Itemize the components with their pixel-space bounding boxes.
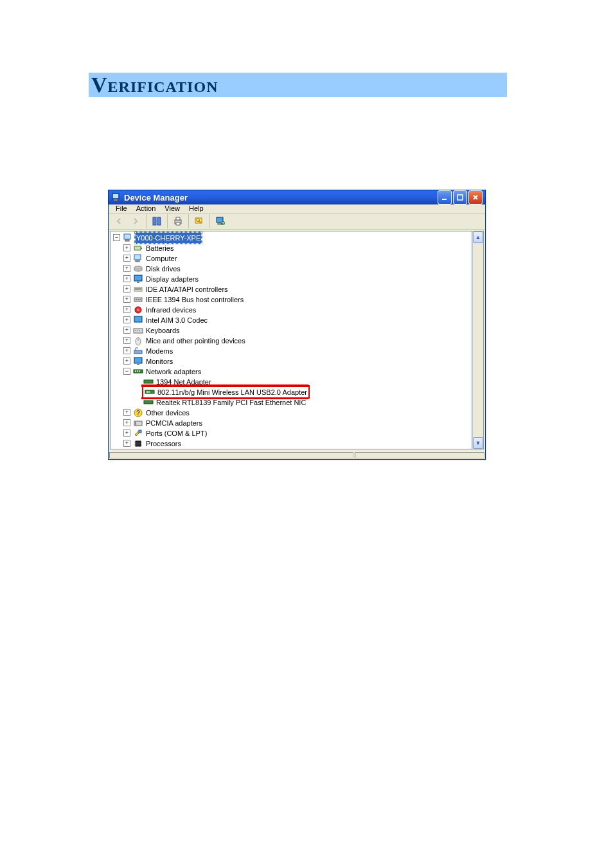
expand-icon[interactable]: +: [123, 419, 130, 426]
svg-rect-8: [176, 217, 180, 220]
tree-item[interactable]: +Processors: [111, 439, 472, 449]
toolbar-separator: [167, 214, 168, 228]
expand-icon[interactable]: +: [123, 429, 130, 437]
svg-rect-26: [135, 289, 141, 290]
expand-icon[interactable]: +: [123, 255, 130, 262]
expand-icon[interactable]: +: [123, 440, 130, 447]
menubar: File Action View Help: [109, 204, 485, 213]
svg-rect-37: [139, 330, 140, 330]
expand-icon[interactable]: +: [123, 347, 130, 354]
svg-rect-20: [136, 260, 139, 262]
scroll-up-arrow[interactable]: ▲: [473, 231, 483, 243]
scroll-track[interactable]: [473, 243, 483, 437]
tree-item-label: Mice and other pointing devices: [146, 336, 245, 346]
disk-icon: [133, 264, 143, 274]
menu-view[interactable]: View: [160, 204, 184, 212]
expand-icon[interactable]: +: [123, 265, 130, 272]
tree-item[interactable]: +IDE ATA/ATAPI controllers: [111, 284, 472, 294]
svg-point-30: [139, 299, 141, 300]
svg-rect-5: [153, 217, 156, 225]
expand-icon[interactable]: +: [123, 357, 130, 365]
svg-rect-19: [134, 255, 141, 260]
scroll-down-arrow[interactable]: ▼: [473, 437, 483, 449]
tree-item[interactable]: +Ports (COM & LPT): [111, 428, 472, 439]
tree-item[interactable]: +IEEE 1394 Bus host controllers: [111, 294, 472, 305]
collapse-icon[interactable]: −: [123, 368, 130, 375]
svg-rect-57: [136, 441, 141, 446]
print-button[interactable]: [170, 213, 186, 229]
tree-item[interactable]: +PCMCIA adapters: [111, 418, 472, 428]
tree-item[interactable]: +Intel AIM 3.0 Codec: [111, 315, 472, 325]
svg-point-32: [137, 309, 139, 311]
titlebar[interactable]: Device Manager: [109, 190, 485, 204]
tree-item-label: IEEE 1394 Bus host controllers: [146, 294, 244, 305]
expand-icon[interactable]: +: [123, 409, 130, 416]
tree-item-highlighted-adapter[interactable]: 802.11n/b/g Mini Wireless LAN USB2.0 Ada…: [111, 387, 472, 397]
properties-button[interactable]: [149, 213, 164, 229]
svg-rect-40: [134, 350, 142, 354]
svg-rect-4: [458, 195, 463, 200]
collapse-icon[interactable]: −: [113, 234, 120, 241]
device-tree[interactable]: − Y000-CHERRY-XPE +Batteries+Computer+Di…: [110, 231, 472, 449]
svg-rect-46: [139, 370, 140, 372]
svg-rect-56: [139, 430, 141, 433]
tree-item-label: Disk drives: [146, 264, 181, 274]
tree-item-label: Other devices: [146, 408, 190, 418]
tree-item-label: Network adapters: [146, 366, 201, 377]
tree-item-label: Infrared devices: [146, 305, 196, 315]
network-icon: [145, 387, 155, 397]
tree-item-network-adapters[interactable]: − Network adapters: [111, 366, 472, 377]
tree-item-network-child[interactable]: 1394 Net Adapter: [111, 377, 472, 387]
expand-icon[interactable]: +: [123, 327, 130, 334]
tree-item[interactable]: +Computer: [111, 253, 472, 264]
tree-item[interactable]: +Display adapters: [111, 274, 472, 284]
expand-icon[interactable]: +: [123, 275, 130, 282]
expand-icon[interactable]: +: [123, 244, 130, 251]
minimize-button[interactable]: [438, 190, 452, 204]
tree-item[interactable]: +Mice and other pointing devices: [111, 336, 472, 346]
tree-item-label: Keyboards: [146, 325, 180, 336]
tree-item[interactable]: +Batteries: [111, 243, 472, 253]
svg-rect-25: [135, 288, 141, 289]
statusbar: [109, 451, 485, 460]
expand-icon[interactable]: +: [123, 285, 130, 293]
maximize-button[interactable]: [453, 190, 467, 204]
tree-item[interactable]: +Keyboards: [111, 325, 472, 336]
scan-button[interactable]: [191, 213, 207, 229]
refresh-button[interactable]: [213, 213, 228, 229]
menu-action[interactable]: Action: [132, 204, 161, 212]
tree-item-label: Batteries: [146, 243, 173, 253]
network-icon: [133, 366, 143, 377]
tree-item[interactable]: +Modems: [111, 346, 472, 356]
1394-icon: [133, 294, 143, 305]
svg-rect-36: [137, 330, 138, 330]
svg-rect-47: [144, 380, 153, 383]
tree-item-network-child[interactable]: Realtek RTL8139 Family PCI Fast Ethernet…: [111, 397, 472, 408]
expand-icon[interactable]: +: [123, 306, 130, 313]
tree-item[interactable]: +Infrared devices: [111, 305, 472, 315]
close-button[interactable]: [468, 190, 483, 204]
svg-rect-55: [135, 422, 136, 425]
toolbar-separator: [188, 214, 189, 228]
tree-item-label: Ports (COM & LPT): [146, 428, 207, 439]
svg-rect-51: [144, 401, 153, 404]
tree-item[interactable]: +?Other devices: [111, 408, 472, 418]
tree-root[interactable]: − Y000-CHERRY-XPE: [111, 233, 472, 243]
svg-rect-16: [125, 240, 129, 241]
tree-item[interactable]: +Monitors: [111, 356, 472, 366]
svg-rect-2: [113, 194, 118, 198]
menu-file[interactable]: File: [111, 204, 132, 212]
toolbar: [109, 213, 485, 230]
tree-item-label: IDE ATA/ATAPI controllers: [146, 284, 228, 294]
expand-icon[interactable]: +: [123, 296, 130, 303]
vertical-scrollbar[interactable]: ▲ ▼: [472, 231, 484, 449]
expand-icon[interactable]: +: [123, 337, 130, 344]
tree-item[interactable]: +Disk drives: [111, 264, 472, 274]
computer-icon: [123, 233, 133, 243]
svg-rect-3: [442, 199, 447, 200]
tree-item-label: Intel AIM 3.0 Codec: [146, 315, 208, 325]
menu-help[interactable]: Help: [184, 204, 208, 212]
expand-icon[interactable]: +: [123, 316, 130, 323]
svg-point-14: [221, 221, 225, 225]
tree-item-label: 802.11n/b/g Mini Wireless LAN USB2.0 Ada…: [157, 387, 307, 397]
